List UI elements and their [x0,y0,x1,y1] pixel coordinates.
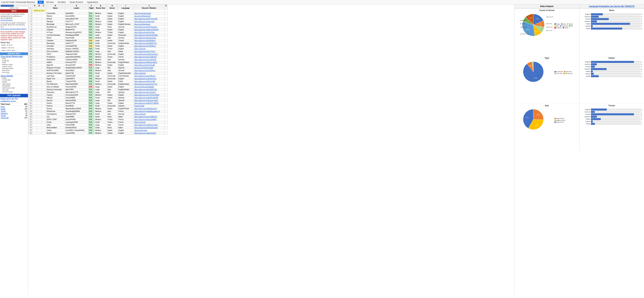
cell-empty-b [37,94,42,96]
cross-server-label[interactable]: Cross Server (Region wide) [1,56,27,57]
cell-server: Zinnervale [107,75,118,77]
nav-tab-na-west[interactable]: NA West [56,1,67,4]
cell-lang: English [118,94,134,96]
nav-tab-eu[interactable]: EU [38,1,44,4]
cell-discord[interactable]: https://discord.gg/6757jHcVR8 [134,17,164,20]
cell-size: Large [94,50,107,53]
svg-text:Zinnervale 32.3%: Zinnervale 32.3% [520,33,529,34]
cell-size: Small [94,45,107,47]
bar-value: 2 [641,123,642,125]
cell-empty-c [42,17,46,20]
cell-empty-c [42,15,46,17]
cell-size: Medium [94,83,107,86]
bar-bg [591,16,641,18]
table-row: 16 Sons of Desert BoMahdi-XI#2812 PvX La… [28,50,168,53]
cell-discord[interactable]: https://discord.gg/HG6HEgz [134,39,164,42]
table-area[interactable]: A B C D E F G H I J K 1 Name [28,4,514,295]
cell-empty-a [32,91,37,94]
cell-discord[interactable]: https://discord.gg/whitesoulsga mi [134,110,164,113]
bar-fill [591,120,593,122]
cell-type: PvX [88,91,94,94]
lostark-link[interactable]: discord.gg/lostark [0,19,12,21]
cell-discord[interactable]: https://discord.gg/VT3pu9K [134,64,164,66]
bar-label: French [582,113,591,115]
cell-discord[interactable]: https://discord.gg/rpqXJz7TvD [134,83,164,86]
cell-discord[interactable]: https://discord.gg/jczW5xQn [134,75,164,77]
cell-size: Medium [94,132,107,135]
cell-discord[interactable]: https://discord.gg/elysium-guild [134,99,164,102]
table-row: 26 Maple Tree sukke#8074 PvX Medium Zinn… [28,77,168,80]
cell-discord[interactable]: discord.gg/SonsofValhalla [134,86,164,88]
charts-main-row: Count of Server 18.4%9.5%8.6%11.3%32.3%8… [514,8,644,151]
cell-discord[interactable]: https://discord.gg/ivT4sdhSvF [134,56,164,58]
cell-discord[interactable]: DM on Discord [134,121,164,124]
table-row: 9 In Force Akumara (Kay)#0101 PvX Medium… [28,31,168,34]
cell-discord[interactable]: https://discord.gg/JHehQVwY [134,77,164,80]
cell-discord[interactable]: https://discord.gg/5UZ9Kmc [134,69,164,72]
cell-discord[interactable]: https://discord.gg/star-dust [134,20,164,23]
cell-discord[interactable]: https://discord.gg/cCRJ8fFGjF [134,115,164,118]
cell-empty-k [164,42,168,45]
cell-discord[interactable]: https://discord.gg/6W6RDY24 [134,42,164,45]
cell-discord[interactable]: DM on Discord [134,47,164,50]
row-num: 12 [28,39,32,42]
cell-type: PvX [88,50,94,53]
cell-discord[interactable]: https://discord.gg/WvcnK78EUH [134,28,164,31]
cell-lang: English [118,132,134,135]
cell-discord[interactable]: https://discord.gg/UYPQSsyRW3 [134,94,164,96]
cell-discord[interactable]: https://discord.gg/XrvtY5dv [134,31,164,34]
bar-row: German 6 [582,63,642,65]
cell-discord[interactable]: https://discord.gg/AvtXtkPVQv [134,88,164,91]
bar-bg [591,18,641,20]
cell-size: Medium [94,58,107,61]
cell-discord[interactable]: https://discord.gg/99s3zEXaeD [134,126,164,129]
cell-discord[interactable]: discord.gg/codex [134,129,164,132]
cell-discord[interactable]: https://discord.gg/SCTX4YJ [134,50,164,53]
nav-tab-na-east[interactable]: NA East [44,1,55,4]
cell-discord[interactable]: discord.gg/RebornEU [134,15,164,17]
cell-discord[interactable]: https://discord.gg/RcYayMP [134,80,164,83]
cell-discord[interactable]: https://discord.gg/fRjv5xyMC9 [134,61,164,64]
cell-discord[interactable]: https://discord.gg/XbbvaZcDzm [134,53,164,56]
cell-discord[interactable]: DM on Discord [134,113,164,115]
cell-empty-a [32,102,37,105]
cell-discord[interactable]: DM on Discord [134,72,164,75]
cell-discord[interactable]: https://discord.gg/zYW4hsx7 [134,45,164,47]
cell-empty-k [164,17,168,20]
table-row: 31 Veteranos Warmaker#1775 PvX Large Wei… [28,91,168,94]
cell-empty-a [32,23,37,26]
cell-discord[interactable]: discord.gg/checkmate [134,12,164,15]
cell-discord[interactable]: https://discord.gg/ft3UbuDvzQ [134,107,164,110]
cell-empty-k [164,72,168,75]
svg-text:89.3%: 89.3% [534,77,537,79]
cell-discord[interactable]: Closed Guild [134,105,164,107]
cell-leader: Thunderlight#0666 [65,110,88,113]
cell-empty-a [32,126,37,129]
form-link[interactable]: https://forms.gle/ng6ulA3MRpzqWP79 [0,28,26,30]
cell-discord[interactable]: https://discord.gg/phoenixloa [134,36,164,39]
cell-lang: English/Polish [118,61,134,64]
cell-discord[interactable]: https://discord.gg/KZPZa3Jxre [134,26,164,28]
cell-discord[interactable]: discord.gg/7CDPu3vEbR [134,66,164,69]
server-specific-label[interactable]: Server Specific [1,75,27,77]
nav-tab-south-america[interactable]: South America [68,1,85,4]
cell-discord[interactable]: https://discord.gg/kuwCtitBkH [134,118,164,121]
cell-discord[interactable]: https://discord.gg/8WrSYSjBNW [134,102,164,105]
table-row: 11 Raven Dezo#1000 PvX Medium Asta Germa… [28,36,168,39]
nav-tab-applications[interactable]: Applications [85,1,100,4]
cell-empty-c [42,77,46,80]
cell-server: Kadan [107,12,118,15]
cell-discord[interactable]: discord.gg/bloodrage [134,23,164,26]
cell-discord[interactable]: https://discord.gg/3KdFmZEARi [134,96,164,99]
cell-discord[interactable]: https://discord.gg/Hnr5JGR4Bs [134,34,164,36]
lang-title[interactable]: Language Population per Server (By Tell#… [580,4,644,8]
cell-empty-c [42,47,46,50]
cell-server: Zinnervale [107,83,118,86]
cell-type: PvX [88,75,94,77]
cell-empty-a [32,83,37,86]
row-num: 46 [28,132,32,135]
cell-discord[interactable]: https://discord.gg/P8NuCQJ9rn [134,124,164,126]
cell-discord[interactable]: https://discord.gg/nc7rtw4Cb [134,91,164,94]
cell-discord[interactable]: https://discord.gg/MmdGSkU [134,132,164,135]
cell-discord[interactable]: https://discord.gg/YZJ3eHQb [134,58,164,61]
